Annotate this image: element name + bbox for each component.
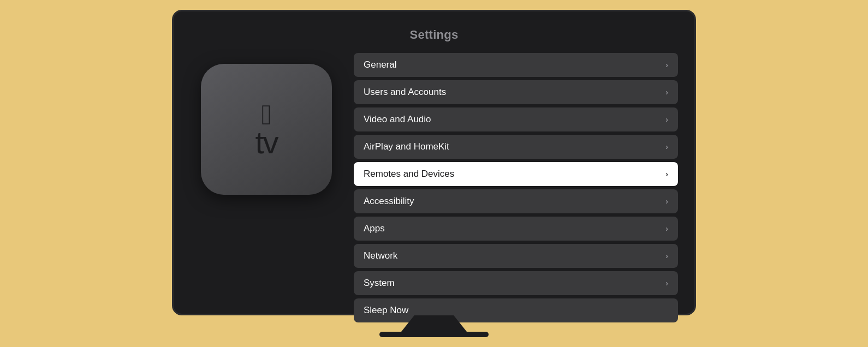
tv-base [379,332,489,337]
chevron-icon-accessibility: › [665,197,668,206]
menu-item-label-accessibility: Accessibility [364,196,414,207]
menu-item-accessibility[interactable]: Accessibility› [354,189,678,213]
menu-item-label-network: Network [364,250,397,261]
menu-item-remotes-and-devices[interactable]: Remotes and Devices› [354,162,678,186]
menu-item-sleep-now[interactable]: Sleep Now [354,298,678,322]
menu-item-network[interactable]: Network› [354,244,678,268]
content-area:  tv General›Users and Accounts›Video an… [190,53,678,322]
chevron-icon-network: › [665,252,668,260]
apple-tv-box:  tv [201,64,332,195]
chevron-icon-video-and-audio: › [665,115,668,124]
menu-item-system[interactable]: System› [354,271,678,295]
menu-item-label-general: General [364,59,396,70]
chevron-icon-general: › [665,61,668,69]
chevron-icon-remotes-and-devices: › [665,170,668,178]
tv-label: tv [255,127,277,158]
chevron-icon-system: › [665,279,668,288]
settings-menu: General›Users and Accounts›Video and Aud… [354,53,678,322]
chevron-icon-users-and-accounts: › [665,88,668,97]
chevron-icon-apps: › [665,224,668,233]
menu-item-airplay-and-homekit[interactable]: AirPlay and HomeKit› [354,135,678,159]
tv-body: Settings  tv General›Users and Accounts… [172,10,696,315]
menu-item-video-and-audio[interactable]: Video and Audio› [354,107,678,131]
menu-item-label-remotes-and-devices: Remotes and Devices [364,169,454,180]
page-title: Settings [190,28,678,42]
menu-item-label-airplay-and-homekit: AirPlay and HomeKit [364,141,449,152]
tv-wrapper: Settings  tv General›Users and Accounts… [172,10,696,337]
menu-item-label-video-and-audio: Video and Audio [364,114,431,125]
menu-item-label-sleep-now: Sleep Now [364,305,408,316]
menu-item-label-system: System [364,278,395,289]
menu-item-general[interactable]: General› [354,53,678,77]
menu-item-label-users-and-accounts: Users and Accounts [364,87,446,98]
menu-item-apps[interactable]: Apps› [354,217,678,241]
apple-tv-icon-area:  tv [190,53,343,195]
menu-item-label-apps: Apps [364,223,385,234]
menu-item-users-and-accounts[interactable]: Users and Accounts› [354,80,678,104]
chevron-icon-airplay-and-homekit: › [665,142,668,151]
